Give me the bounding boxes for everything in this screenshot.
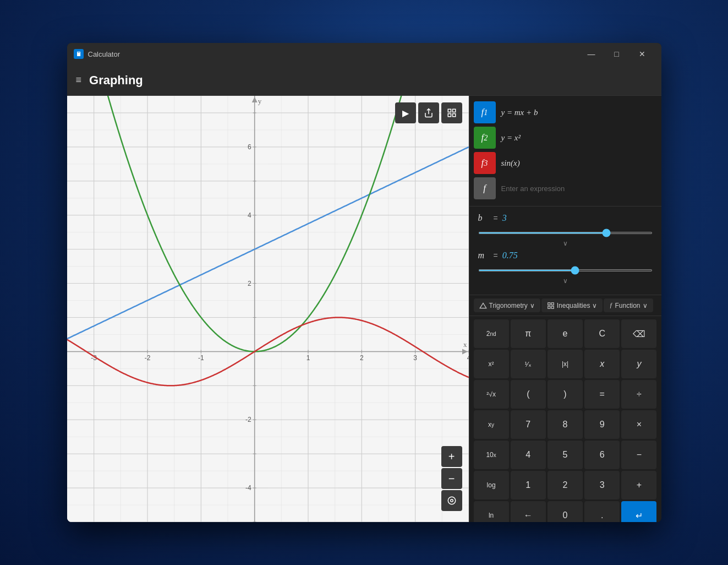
close-button[interactable]: ✕ — [630, 45, 655, 63]
var-m-label: m — [478, 251, 489, 260]
keypad-section: Trigonometry ∨ Inequalities ∨ ƒ Function… — [469, 295, 661, 522]
grid-settings-button[interactable] — [441, 102, 462, 123]
keypad-toolbar: Trigonometry ∨ Inequalities ∨ ƒ Function… — [469, 295, 661, 316]
key-x-power-y[interactable]: xy — [474, 410, 509, 439]
calculator-window: 🖩 Calculator — □ ✕ ≡ Graphing ▶ — [67, 43, 661, 522]
function-item-2[interactable]: f2 y = x² — [474, 126, 657, 150]
menu-icon[interactable]: ≡ — [76, 74, 82, 86]
key-ln[interactable]: ln — [474, 501, 509, 522]
key-7[interactable]: 7 — [511, 410, 546, 439]
svg-rect-2 — [452, 109, 455, 112]
zoom-controls: + − — [441, 446, 462, 511]
key-x[interactable]: x — [584, 350, 620, 378]
key-e[interactable]: e — [548, 319, 583, 348]
svg-rect-8 — [551, 302, 554, 305]
svg-rect-10 — [551, 306, 554, 308]
var-b-value: 3 — [502, 213, 524, 223]
window-controls: — □ ✕ — [579, 45, 655, 63]
minimize-button[interactable]: — — [579, 45, 604, 63]
key-1[interactable]: 1 — [511, 471, 546, 499]
graph-area: ▶ + − — [67, 96, 469, 522]
variable-b-row: b = 3 — [478, 213, 653, 223]
key-reciprocal[interactable]: ¹⁄ₓ — [511, 350, 546, 378]
function-item-3[interactable]: f3 sin(x) — [474, 151, 657, 175]
key-divide[interactable]: ÷ — [621, 380, 656, 409]
app-title: Calculator — [88, 50, 579, 58]
slider-m-container — [478, 264, 653, 274]
zoom-fit-button[interactable] — [441, 490, 462, 511]
slider-b-container — [478, 226, 653, 236]
inequalities-chevron: ∨ — [592, 302, 597, 309]
var-m-eq: = — [494, 251, 498, 260]
key-lparen[interactable]: ( — [511, 380, 546, 409]
function-button[interactable]: ƒ Function ∨ — [604, 298, 653, 312]
svg-rect-7 — [548, 302, 550, 305]
key-pi[interactable]: π — [511, 319, 546, 348]
header: ≡ Graphing — [67, 65, 661, 96]
function-label: Function — [615, 302, 640, 309]
function-badge-4: f — [474, 177, 496, 199]
function-item-1[interactable]: f1 y = mx + b — [474, 100, 657, 124]
key-multiply[interactable]: × — [621, 410, 656, 439]
svg-rect-9 — [548, 306, 550, 308]
key-cbrt[interactable]: ²√x — [474, 380, 509, 409]
key-equals[interactable]: = — [584, 380, 620, 409]
maximize-button[interactable]: □ — [604, 45, 630, 63]
key-4[interactable]: 4 — [511, 441, 546, 469]
var-b-label: b — [478, 213, 489, 223]
key-rparen[interactable]: ) — [548, 380, 583, 409]
function-expr-2: y = x² — [501, 133, 521, 143]
graph-canvas[interactable] — [67, 96, 469, 522]
key-subtract[interactable]: − — [621, 441, 656, 469]
slider-b[interactable] — [478, 232, 653, 234]
key-10x[interactable]: 10x — [474, 441, 509, 469]
zoom-out-button[interactable]: − — [441, 468, 462, 489]
key-backspace[interactable]: ⌫ — [621, 319, 656, 348]
slider-m[interactable] — [478, 269, 653, 271]
function-list: f1 y = mx + b f2 y = x² f3 sin(x) f Ente… — [469, 96, 661, 207]
titlebar: 🖩 Calculator — □ ✕ — [67, 43, 661, 65]
key-left[interactable]: ← — [511, 501, 546, 522]
key-6[interactable]: 6 — [584, 441, 620, 469]
function-expr-3: sin(x) — [501, 159, 520, 168]
trigonometry-chevron: ∨ — [530, 302, 535, 309]
key-dot[interactable]: . — [584, 501, 620, 522]
collapse-b-button[interactable]: ∨ — [478, 238, 653, 251]
trigonometry-button[interactable]: Trigonometry ∨ — [474, 298, 540, 312]
key-enter[interactable]: ↵ — [621, 501, 656, 522]
key-8[interactable]: 8 — [548, 410, 583, 439]
key-5[interactable]: 5 — [548, 441, 583, 469]
key-2[interactable]: 2 — [548, 471, 583, 499]
key-3[interactable]: 3 — [584, 471, 620, 499]
key-y[interactable]: y — [621, 350, 656, 378]
trigonometry-label: Trigonometry — [489, 302, 528, 309]
key-9[interactable]: 9 — [584, 410, 620, 439]
function-badge-3: f3 — [474, 152, 496, 174]
svg-point-6 — [450, 499, 453, 502]
function-item-4[interactable]: f Enter an expression — [474, 176, 657, 200]
variable-section: b = 3 ∨ m = 0.75 ∨ — [469, 207, 661, 295]
svg-point-5 — [448, 497, 456, 504]
key-add[interactable]: + — [621, 471, 656, 499]
var-m-value: 0.75 — [502, 251, 524, 260]
svg-rect-1 — [448, 109, 451, 112]
variable-m-row: m = 0.75 — [478, 251, 653, 260]
main-content: ▶ + − — [67, 96, 661, 522]
key-log[interactable]: log — [474, 471, 509, 499]
share-button[interactable] — [418, 102, 439, 123]
key-0[interactable]: 0 — [548, 501, 583, 522]
collapse-m-button[interactable]: ∨ — [478, 276, 653, 288]
zoom-in-button[interactable]: + — [441, 446, 462, 467]
key-clear[interactable]: C — [584, 319, 620, 348]
function-expr-4: Enter an expression — [501, 184, 565, 193]
graph-toolbar: ▶ — [395, 102, 462, 123]
svg-rect-4 — [448, 114, 451, 117]
key-2nd[interactable]: 2nd — [474, 319, 509, 348]
key-abs[interactable]: |x| — [548, 350, 583, 378]
app-icon: 🖩 — [74, 49, 84, 59]
function-badge-1: f1 — [474, 101, 496, 123]
inequalities-button[interactable]: Inequalities ∨ — [541, 298, 603, 312]
cursor-tool-button[interactable]: ▶ — [395, 102, 416, 123]
function-expr-1: y = mx + b — [501, 108, 538, 117]
key-x-squared[interactable]: x² — [474, 350, 509, 378]
